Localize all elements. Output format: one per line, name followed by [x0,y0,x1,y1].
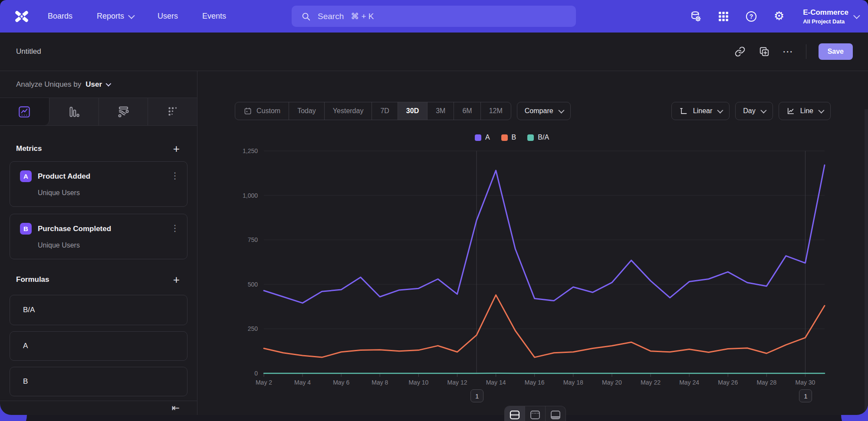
project-scope: All Project Data [803,18,848,25]
range-6m[interactable]: 6M [454,102,480,120]
layout-top-icon [529,410,541,420]
linear-scale-icon [679,107,688,115]
analyze-by-value: User [85,80,102,89]
layout-bottom-icon [550,410,561,420]
x-axis-tick-label: May 22 [641,379,661,386]
y-axis-tick-label: 750 [248,236,258,243]
series-badge-a: A [20,170,32,182]
project-switcher[interactable]: E-Commerce All Project Data [803,8,858,25]
report-header: Untitled ⋯ Save [0,33,868,71]
settings-gear-icon[interactable]: ⚙ [773,10,786,23]
nav-item-events[interactable]: Events [202,12,226,21]
project-text: E-Commerce All Project Data [803,8,848,25]
search-input[interactable]: Search ⌘ + K [292,6,576,27]
more-options-icon[interactable]: ⋯ [783,46,794,58]
sidebar-footer: ⇤ [0,401,197,415]
save-button[interactable]: Save [819,43,853,60]
retention-dots-icon [165,104,180,119]
x-axis-tick-label: May 28 [756,379,776,386]
line-style-icon [786,107,795,115]
top-nav: Boards Reports Users Events Search ⌘ + K [0,0,868,33]
layout-split-button[interactable] [505,406,525,421]
kebab-menu-icon[interactable]: ⋮ [171,223,179,233]
nav-item-label: Boards [48,12,72,21]
x-axis-tick-label: May 10 [408,379,428,386]
layout-toolbar [504,406,566,421]
kebab-menu-icon[interactable]: ⋮ [171,170,179,181]
x-axis-tick-label: May 24 [679,379,699,386]
metrics-title: Metrics [16,144,42,153]
calendar-icon [243,107,252,115]
x-axis-tick-label: May 12 [447,379,467,386]
chart-controls: Custom Today Yesterday 7D 30D 3M 6M 12M … [197,102,868,120]
range-3m[interactable]: 3M [427,102,454,120]
duplicate-icon[interactable] [758,46,770,58]
copy-link-icon[interactable] [734,46,746,58]
tab-insights-line[interactable] [0,98,49,125]
analyze-by-label: Analyze Uniques by [16,80,81,89]
range-12m[interactable]: 12M [481,102,511,120]
metric-measure[interactable]: Unique Users [38,242,179,249]
range-7d[interactable]: 7D [372,102,398,120]
formula-card[interactable]: A [10,331,187,361]
line-chart-icon [17,104,32,119]
metric-measure[interactable]: Unique Users [38,189,179,197]
range-label: Today [297,107,316,115]
scale-selector[interactable]: Linear [671,102,730,120]
tab-flow[interactable] [99,98,148,125]
compare-button[interactable]: Compare [517,102,571,120]
series-line-b[interactable] [264,295,825,357]
nav-item-reports[interactable]: Reports [97,12,133,21]
data-management-icon[interactable] [689,10,702,23]
y-axis-tick-label: 1,000 [243,192,258,199]
metric-card-b[interactable]: B Purchase Completed ⋮ Unique Users [10,214,187,259]
analyze-by-selector[interactable]: User [85,80,110,89]
range-today[interactable]: Today [289,102,325,120]
nav-item-users[interactable]: Users [158,12,178,21]
annotation-marker[interactable]: 1 [470,389,483,402]
add-formula-button[interactable]: + [173,274,180,285]
range-yesterday[interactable]: Yesterday [325,102,372,120]
apps-grid-icon[interactable] [717,10,730,23]
chart-style-selector[interactable]: Line [779,102,831,120]
search-label: Search [318,12,344,21]
search-shortcut: ⌘ + K [351,11,374,21]
range-30d[interactable]: 30D [398,102,427,120]
metric-card-a[interactable]: A Product Added ⋮ Unique Users [10,161,187,207]
x-axis-tick-label: May 20 [602,379,622,386]
range-label: 12M [489,107,503,115]
x-axis-tick-label: May 4 [294,379,311,386]
y-axis-tick-label: 0 [254,370,258,377]
chevron-down-icon [717,108,723,114]
x-axis-tick-label: May 6 [333,379,349,386]
series-line-a[interactable] [264,165,825,303]
x-axis-tick-label: May 2 [256,379,272,386]
app-panel: Untitled ⋯ Save [0,33,868,415]
top-nav-right: ? ⚙ E-Commerce All Project Data [689,0,858,33]
layout-top-button[interactable] [525,406,546,421]
formula-card[interactable]: B [10,367,187,396]
layout-bottom-button[interactable] [546,406,566,421]
mixpanel-logo-icon[interactable] [12,7,31,26]
chevron-down-icon [760,108,766,114]
range-label: Yesterday [333,107,364,115]
range-label: 6M [462,107,472,115]
interval-selector[interactable]: Day [735,102,773,120]
formula-card[interactable]: B/A [10,295,187,325]
range-custom[interactable]: Custom [235,102,289,120]
x-axis-tick-label: May 18 [563,379,583,386]
line-chart[interactable]: 02505007501,0001,250May 2May 4May 6May 8… [197,131,868,412]
x-axis-tick-label: May 8 [372,379,388,386]
chart-type-tabs [0,98,197,126]
add-metric-button[interactable]: + [173,143,180,154]
scrollbar[interactable] [865,109,868,415]
formulas-title: Formulas [16,275,49,284]
tab-bar-chart[interactable] [49,98,99,125]
nav-item-label: Events [202,12,226,21]
help-icon[interactable]: ? [745,10,758,23]
tab-retention[interactable] [148,98,197,125]
nav-item-boards[interactable]: Boards [48,12,72,21]
collapse-sidebar-icon[interactable]: ⇤ [172,403,180,413]
annotation-marker[interactable]: 1 [799,389,812,402]
metric-name: Product Added [38,172,90,181]
